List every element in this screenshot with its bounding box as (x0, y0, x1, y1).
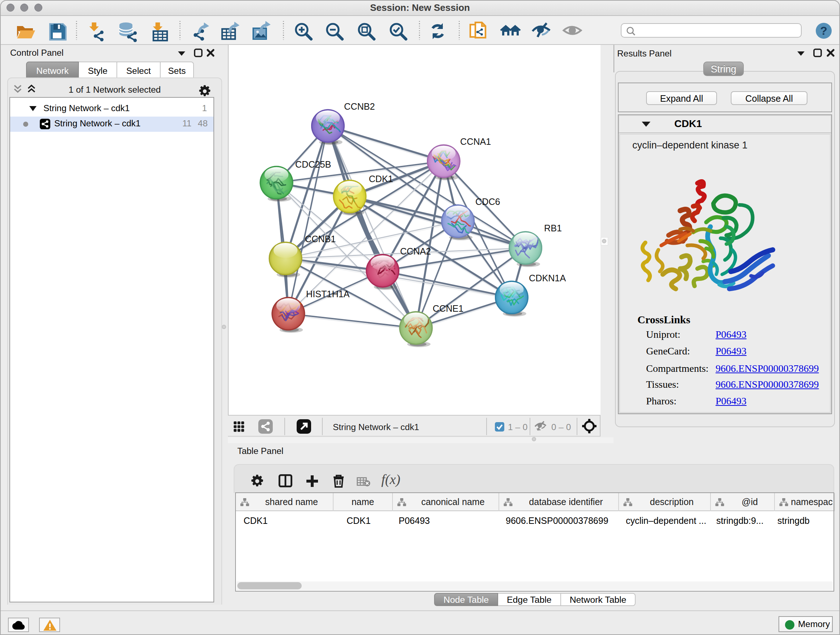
svg-text:?: ? (820, 24, 827, 37)
